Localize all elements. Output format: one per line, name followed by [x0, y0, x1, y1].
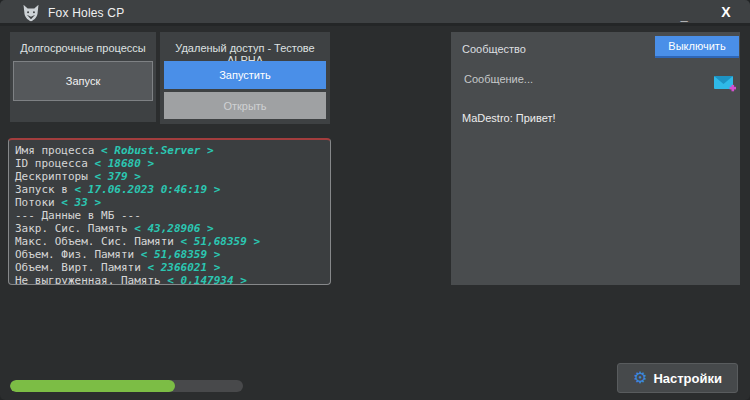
console-line: Объем. Вирт. Памяти < 2366021 > [15, 261, 324, 274]
progress-bar-fill [10, 380, 175, 392]
chat-message-list: MaDestro: Привет! [462, 112, 732, 130]
console-line: Запуск в < 17.06.2023 0:46:19 > [15, 183, 324, 196]
settings-button-label: Настройки [653, 371, 722, 386]
console-line: Не выгруженная. Память < 0,147934 > [15, 274, 324, 285]
window-title: Fox Holes CP [48, 6, 124, 20]
console-line: Закр. Сис. Память < 43,28906 > [15, 222, 324, 235]
community-toggle-button[interactable]: Выключить [655, 36, 739, 58]
long-processes-title: Долгосрочные процессы [10, 32, 156, 54]
console-output: Имя процесса < Robust.Server >ID процесс… [8, 138, 331, 285]
console-line: Имя процесса < Robust.Server > [15, 144, 324, 157]
console-line: ID процесса < 18680 > [15, 157, 324, 170]
community-title: Сообщество [462, 43, 526, 55]
send-message-icon[interactable] [714, 75, 736, 93]
chat-message: MaDestro: Привет! [462, 112, 732, 124]
start-process-button[interactable]: Запуск [13, 61, 153, 101]
console-line: Макс. Объем. Сис. Памяти < 51,68359 > [15, 235, 324, 248]
launch-remote-button[interactable]: Запустить [164, 61, 326, 89]
remote-access-panel: Удаленый доступ - Тестове ALPHA Запустит… [160, 32, 330, 124]
console-line: Объем. Физ. Памяти < 51,68359 > [15, 248, 324, 261]
progress-bar [10, 380, 243, 392]
app-window: Fox Holes CP _ X Долгосрочные процессы З… [0, 0, 750, 400]
settings-button[interactable]: ⚙ Настройки [617, 363, 738, 393]
open-remote-button[interactable]: Открыть [164, 92, 326, 119]
close-button[interactable]: X [710, 0, 742, 24]
community-panel: Сообщество Выключить MaDestro: Привет! [451, 32, 740, 285]
title-bar: Fox Holes CP _ X [0, 0, 750, 26]
minimize-button[interactable]: _ [668, 0, 700, 24]
console-line: Потоки < 33 > [15, 196, 324, 209]
message-input[interactable] [464, 70, 709, 88]
long-processes-panel: Долгосрочные процессы Запуск [10, 32, 156, 122]
console-line: --- Данные в МБ --- [15, 209, 324, 222]
fox-logo-icon [21, 3, 41, 23]
console-line: Дескрипторы < 379 > [15, 170, 324, 183]
gear-icon: ⚙ [633, 370, 647, 386]
